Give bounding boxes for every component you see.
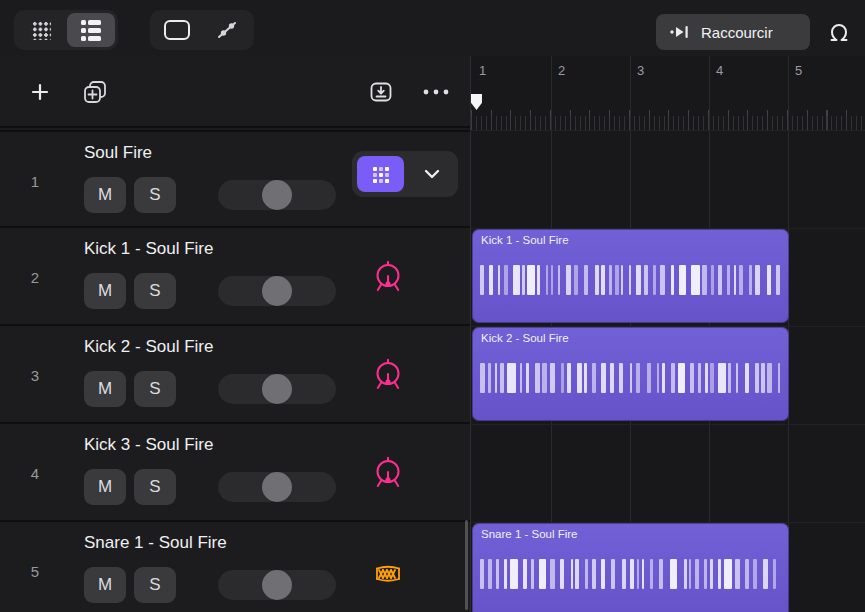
- more-icon: [423, 89, 449, 95]
- volume-slider[interactable]: [218, 276, 336, 306]
- region-edit-button[interactable]: [153, 13, 201, 47]
- solo-button[interactable]: S: [134, 177, 176, 213]
- lane-separator: [471, 424, 865, 425]
- solo-button[interactable]: S: [134, 273, 176, 309]
- track-row[interactable]: 2 Kick 1 - Soul Fire M S: [0, 226, 470, 326]
- bar-number: 5: [795, 63, 802, 78]
- midi-notes: [480, 363, 780, 393]
- kick-drum-icon: [366, 454, 410, 494]
- track-expand-button[interactable]: [408, 154, 456, 194]
- region-edit-icon: [164, 20, 190, 40]
- automation-icon: [215, 18, 239, 42]
- chevron-down-icon: [424, 169, 440, 179]
- track-row[interactable]: 3 Kick 2 - Soul Fire M S: [0, 324, 470, 424]
- add-track-icon: [30, 82, 50, 102]
- scrollbar-thumb[interactable]: [465, 520, 468, 610]
- ruler-minor-ticks: [471, 116, 865, 130]
- shorten-button[interactable]: Raccourcir: [656, 14, 810, 50]
- track-name: Kick 1 - Soul Fire: [84, 239, 213, 259]
- midi-notes: [480, 265, 780, 295]
- logic-app-window: Raccourcir: [0, 0, 865, 612]
- duplicate-track-icon: [82, 79, 108, 105]
- track-number: 2: [0, 228, 70, 326]
- volume-knob[interactable]: [262, 276, 292, 306]
- playhead[interactable]: [471, 94, 482, 110]
- volume-slider[interactable]: [218, 374, 336, 404]
- track-name: Kick 2 - Soul Fire: [84, 337, 213, 357]
- loop-button[interactable]: [822, 15, 856, 49]
- track-row[interactable]: 4 Kick 3 - Soul Fire M S: [0, 422, 470, 522]
- shorten-icon: [670, 24, 692, 40]
- volume-knob[interactable]: [262, 180, 292, 210]
- midi-notes: [480, 559, 780, 589]
- instrument-button[interactable]: [357, 156, 404, 192]
- track-header-panel: 1 Soul Fire M S: [0, 56, 470, 612]
- mute-button[interactable]: M: [84, 273, 126, 309]
- solo-button[interactable]: S: [134, 371, 176, 407]
- snare-drum-icon: [366, 552, 410, 592]
- instrument-group: [352, 151, 458, 197]
- grid-view-button[interactable]: [17, 13, 65, 47]
- midi-region[interactable]: Kick 2 - Soul Fire: [472, 327, 789, 421]
- track-name: Soul Fire: [84, 143, 152, 163]
- view-toggle-group: [14, 10, 118, 50]
- track-name: Kick 3 - Soul Fire: [84, 435, 213, 455]
- track-row[interactable]: 5 Snare 1 - Soul Fire M S: [0, 520, 470, 612]
- kick-drum-icon: [366, 356, 410, 396]
- solo-button[interactable]: S: [134, 469, 176, 505]
- mute-button[interactable]: M: [84, 469, 126, 505]
- region-label: Snare 1 - Soul Fire: [481, 528, 578, 540]
- volume-knob[interactable]: [262, 472, 292, 502]
- volume-slider[interactable]: [218, 570, 336, 600]
- bar-number: 1: [479, 63, 486, 78]
- tracks-view-button[interactable]: [67, 13, 115, 47]
- grid-view-icon: [31, 20, 51, 40]
- solo-button[interactable]: S: [134, 567, 176, 603]
- volume-slider[interactable]: [218, 180, 336, 210]
- kick-drum-icon: [366, 258, 410, 298]
- track-number: 4: [0, 424, 70, 522]
- track-list-header: [0, 56, 470, 128]
- mute-button[interactable]: M: [84, 567, 126, 603]
- bar-number: 2: [558, 63, 565, 78]
- track-number: 5: [0, 522, 70, 612]
- automation-button[interactable]: [203, 13, 251, 47]
- volume-knob[interactable]: [262, 374, 292, 404]
- track-row[interactable]: 1 Soul Fire M S: [0, 130, 470, 230]
- mute-button[interactable]: M: [84, 177, 126, 213]
- import-button[interactable]: [363, 74, 399, 110]
- tracks-view-icon: [81, 20, 102, 41]
- volume-knob[interactable]: [262, 570, 292, 600]
- add-track-button[interactable]: [22, 74, 58, 110]
- bar-number: 4: [716, 63, 723, 78]
- volume-slider[interactable]: [218, 472, 336, 502]
- midi-region[interactable]: Kick 1 - Soul Fire: [472, 229, 789, 323]
- region-label: Kick 1 - Soul Fire: [481, 234, 569, 246]
- more-button[interactable]: [418, 74, 454, 110]
- loop-icon: [827, 20, 851, 44]
- bar-number: 3: [637, 63, 644, 78]
- ruler-separator: [471, 130, 865, 131]
- drum-machine-icon: [369, 162, 393, 186]
- region-label: Kick 2 - Soul Fire: [481, 332, 569, 344]
- arrange-area[interactable]: 1 2 3 4 5 Kick 1 - Soul Fire Kick 2 - So…: [470, 56, 865, 612]
- duplicate-track-button[interactable]: [77, 74, 113, 110]
- import-icon: [368, 79, 394, 105]
- top-toolbar: Raccourcir: [0, 0, 865, 56]
- midi-region[interactable]: Snare 1 - Soul Fire: [472, 523, 789, 612]
- track-number: 3: [0, 326, 70, 424]
- edit-mode-group: [150, 10, 254, 50]
- mute-button[interactable]: M: [84, 371, 126, 407]
- track-number: 1: [0, 132, 70, 230]
- shorten-label: Raccourcir: [701, 24, 773, 41]
- track-name: Snare 1 - Soul Fire: [84, 533, 227, 553]
